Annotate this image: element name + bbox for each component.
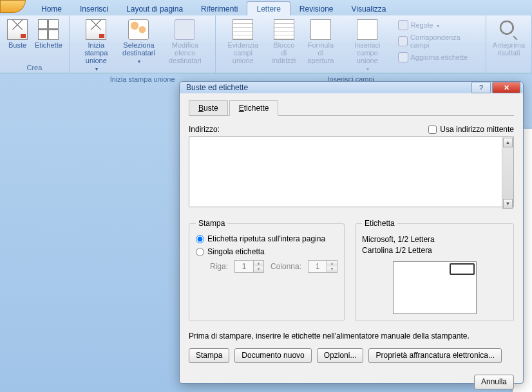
buste-etichette-dialog: Buste ed etichette ? ✕ Buste Etichette I… [179,81,524,384]
update-labels-icon [398,52,408,62]
annulla-button[interactable]: Annulla [474,375,514,389]
tab-visualizza[interactable]: Visualizza [343,2,395,15]
dropdown-arrow-icon [435,21,439,29]
group-campi: Evidenzia campi unione Blocco di indiriz… [216,15,486,73]
inserisci-campo-button: Inserisci campo unione [341,17,394,74]
riga-down: ▼ [254,266,263,272]
close-button[interactable]: ✕ [492,82,520,93]
dropdown-arrow-icon [94,64,98,72]
etichetta-legend: Etichetta [362,219,397,228]
inizia-stampa-button[interactable]: Inizia stampa unione [73,17,119,74]
modifica-elenco-button: Modifica elenco destinatari [158,17,211,74]
riga-spinner: ▲▼ [234,260,264,273]
colonna-input [308,260,327,273]
ribbon: Buste Etichette Crea Inizia stampa union… [0,15,532,73]
blocco-indirizzi-button: Blocco di indirizzi [267,17,300,74]
documento-nuovo-button[interactable]: Documento nuovo [234,348,311,363]
tab-revisione[interactable]: Revisione [290,2,343,15]
buste-button[interactable]: Buste [4,17,31,62]
anteprima-button: Anteprima risultati [490,17,527,62]
aggiorna-etichette-button: Aggiorna etichette [395,51,482,64]
etichetta-line1: Microsoft, 1/2 Lettera [362,234,507,245]
people-icon [128,19,149,40]
colonna-spinner: ▲▼ [308,260,337,273]
group-inizia: Inizia stampa unione Seleziona destinata… [70,15,216,73]
radio-singola[interactable]: Singola etichetta [196,247,337,256]
seleziona-label: Seleziona destinatari [122,41,155,57]
mailmerge-icon [86,19,106,40]
indirizzo-wrapper: ▲ ▼ [189,136,514,210]
etichette-label: Etichette [35,41,62,49]
print-hint: Prima di stampare, inserire le etichette… [189,331,514,341]
opzioni-button[interactable]: Opzioni... [317,348,364,363]
indirizzo-label: Indirizzo: [189,125,220,134]
insert-field-icon [357,19,377,40]
scroll-down-button[interactable]: ▼ [503,199,513,209]
tab-home[interactable]: Home [32,2,71,15]
stampa-legend: Stampa [196,219,227,228]
match-fields-icon [398,36,408,46]
address-block-icon [274,19,294,40]
dropdown-arrow-icon [137,57,140,64]
ripetuta-label: Etichetta ripetuta sull'intera pagina [207,234,325,243]
ribbon-tabs: Home Inserisci Layout di pagina Riferime… [0,0,532,15]
inizia-label: Inizia stampa unione [76,41,117,64]
indirizzo-textarea[interactable] [189,136,514,207]
etichette-button[interactable]: Etichette [32,17,65,62]
highlight-icon [233,19,253,40]
colonna-label: Colonna: [271,262,301,271]
envelope-icon [7,19,28,40]
corrispondenza-button: Corrispondenza campi [395,32,482,50]
dialog-title: Buste ed etichette [186,83,248,92]
proprieta-button[interactable]: Proprietà affrancatura elettronica... [368,348,502,363]
rules-icon [398,20,408,30]
group-crea: Buste Etichette Crea [0,15,70,73]
labels-icon [38,19,59,40]
help-button[interactable]: ? [471,82,491,93]
formula-apertura-button: Formula di apertura [302,17,340,74]
col-down: ▼ [327,266,337,272]
riga-up: ▲ [254,261,263,266]
scroll-up-button[interactable]: ▲ [503,138,513,147]
tab-riferimenti[interactable]: Riferimenti [192,2,247,15]
modifica-label: Modifica elenco destinatari [161,41,209,64]
dialog-tabs: Buste Etichette [189,100,514,116]
riga-label: Riga: [210,262,228,271]
stampa-fieldset: Stampa Etichetta ripetuta sull'intera pa… [189,219,345,321]
tab-lettere[interactable]: Lettere [247,1,290,15]
dropdown-arrow-icon [365,64,369,72]
evidenzia-label: Evidenzia campi unione [222,41,263,64]
inserisci-label: Inserisci campo unione [343,41,391,64]
radio-ripetuta[interactable]: Etichetta ripetuta sull'intera pagina [196,234,337,243]
stampa-button[interactable]: Stampa [189,348,229,363]
formula-label: Formula di apertura [305,41,337,64]
label-preview [393,261,477,314]
greeting-icon [310,19,331,40]
radio-singola-input[interactable] [196,248,204,256]
riga-input [234,260,254,273]
tab-layout[interactable]: Layout di pagina [117,2,192,15]
usa-mittente-input[interactable] [428,126,437,134]
corr-label: Corrispondenza campi [410,33,479,49]
group-label-crea: Crea [4,62,65,73]
group-anteprima: Anteprima risultati [486,15,532,73]
etichetta-line2: Cartolina 1/2 Lettera [362,245,507,256]
tab-inserisci[interactable]: Inserisci [71,2,117,15]
aggiorna-label: Aggiorna etichette [411,53,468,61]
usa-mittente-checkbox[interactable]: Usa indirizzo mittente [428,125,514,134]
dialog-titlebar[interactable]: Buste ed etichette ? ✕ [180,82,523,93]
tab-buste[interactable]: Buste [189,100,228,116]
etichetta-fieldset[interactable]: Etichetta Microsoft, 1/2 Lettera Cartoli… [355,219,514,321]
buste-label: Buste [8,41,26,49]
preview-icon [499,19,519,40]
regole-button: Regole [395,19,482,32]
regole-label: Regole [411,21,433,29]
anteprima-label: Anteprima risultati [493,41,525,57]
tab-etichette[interactable]: Etichette [229,100,279,116]
edit-list-icon [175,19,195,40]
seleziona-destinatari-button[interactable]: Seleziona destinatari [120,17,157,74]
col-up: ▲ [327,261,337,266]
evidenzia-button: Evidenzia campi unione [220,17,266,74]
radio-ripetuta-input[interactable] [196,235,204,243]
group-label-anteprima [490,62,527,73]
